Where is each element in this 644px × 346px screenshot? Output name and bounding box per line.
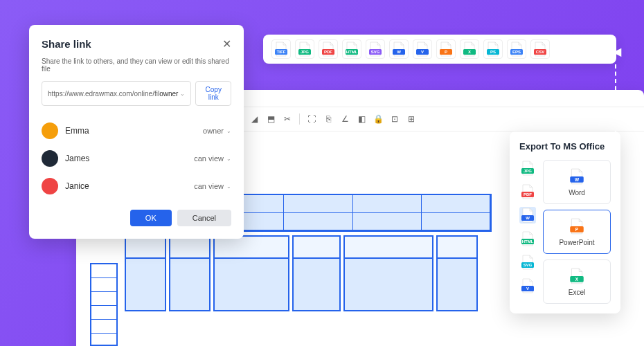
member-name: Emma: [65, 126, 196, 136]
link-role-dropdown[interactable]: owner⌄: [159, 90, 185, 98]
avatar: [42, 122, 58, 139]
format-csv-icon[interactable]: CSV: [530, 39, 550, 59]
arrow-icon: ◀: [613, 45, 621, 58]
format-p-icon[interactable]: P: [436, 39, 456, 59]
format-eps-icon[interactable]: EPS: [507, 39, 526, 59]
export-card-label: Word: [569, 189, 585, 197]
svg-text:PDF: PDF: [324, 50, 332, 54]
svg-text:PS: PS: [490, 50, 496, 54]
export-card-word[interactable]: WWord: [543, 160, 611, 204]
format-svg-icon[interactable]: SVG: [366, 39, 385, 59]
format-v-icon[interactable]: V: [413, 39, 432, 59]
format-pdf-icon[interactable]: PDF: [319, 39, 338, 59]
svg-text:W: W: [397, 50, 401, 54]
share-description: Share the link to others, and they can v…: [42, 57, 231, 73]
svg-text:CSV: CSV: [536, 50, 544, 54]
member-row: Emma owner ⌄: [42, 117, 231, 145]
svg-text:JPG: JPG: [524, 169, 532, 173]
fullscreen-tool[interactable]: ⛶: [304, 111, 319, 127]
cancel-button[interactable]: Cancel: [177, 210, 231, 226]
more-tool[interactable]: ⊞: [404, 111, 419, 127]
member-row: James can view ⌄: [42, 145, 231, 172]
edit-tool[interactable]: ∠: [337, 111, 352, 127]
svg-text:JPG: JPG: [301, 50, 309, 54]
side-format-jpg-icon[interactable]: JPG: [519, 160, 536, 176]
format-jpg-icon[interactable]: JPG: [295, 39, 314, 59]
export-panel: Export To MS Office JPGPDFWHTMLSVGV WWor…: [510, 131, 620, 313]
format-x-icon[interactable]: X: [460, 39, 479, 59]
lock-tool[interactable]: 🔒: [370, 111, 386, 127]
svg-text:SVG: SVG: [524, 263, 533, 267]
svg-text:P: P: [575, 227, 579, 232]
close-icon[interactable]: ✕: [222, 37, 231, 51]
member-name: Janice: [65, 181, 187, 191]
member-row: Janice can view ⌄: [42, 172, 231, 200]
member-role-dropdown[interactable]: can view ⌄: [194, 154, 231, 163]
member-role-dropdown[interactable]: owner ⌄: [203, 127, 231, 135]
side-format-v-icon[interactable]: V: [519, 277, 536, 294]
share-dialog: Share link ✕ Share the link to others, a…: [29, 25, 244, 239]
svg-text:HTML: HTML: [522, 239, 534, 244]
crop-tool[interactable]: ✂: [280, 111, 295, 127]
avatar: [42, 178, 58, 194]
fill-tool[interactable]: ◢: [247, 111, 262, 127]
paint-tool[interactable]: ⬒: [263, 111, 278, 127]
export-tool[interactable]: ⎘: [321, 111, 336, 127]
theme-tool[interactable]: ◧: [354, 111, 369, 127]
svg-text:W: W: [575, 177, 580, 182]
connector-line: [615, 64, 616, 134]
format-bar: TIFFJPGPDFHTMLSVGWVPXPSEPSCSV: [263, 35, 616, 64]
format-tiff-icon[interactable]: TIFF: [271, 39, 291, 59]
svg-text:PDF: PDF: [524, 192, 532, 197]
link-url: https://www.edrawmax.com/online/fil: [48, 90, 159, 98]
svg-text:X: X: [468, 50, 471, 54]
export-card-excel[interactable]: XExcel: [543, 260, 611, 304]
export-card-label: PowerPoint: [559, 239, 594, 246]
format-ps-icon[interactable]: PS: [483, 39, 503, 59]
svg-text:X: X: [575, 277, 579, 282]
svg-text:V: V: [526, 286, 529, 291]
side-format-svg-icon[interactable]: SVG: [519, 254, 536, 271]
export-card-label: Excel: [569, 289, 585, 296]
link-input[interactable]: https://www.edrawmax.com/online/fil owne…: [42, 81, 191, 106]
share-title: Share link: [42, 38, 91, 50]
member-role-dropdown[interactable]: can view ⌄: [194, 182, 231, 190]
svg-text:P: P: [445, 50, 447, 54]
svg-text:SVG: SVG: [371, 50, 380, 54]
svg-text:V: V: [421, 50, 424, 54]
member-name: James: [65, 154, 187, 163]
view-tool[interactable]: ⊡: [387, 111, 402, 127]
export-card-powerpoint[interactable]: PPowerPoint: [543, 210, 611, 254]
copy-link-button[interactable]: Copy link: [195, 81, 231, 106]
side-format-html-icon[interactable]: HTML: [519, 230, 536, 247]
svg-text:EPS: EPS: [512, 50, 521, 54]
avatar: [42, 150, 58, 167]
export-title: Export To MS Office: [519, 141, 611, 152]
format-html-icon[interactable]: HTML: [342, 39, 361, 59]
side-format-pdf-icon[interactable]: PDF: [519, 183, 536, 200]
svg-text:HTML: HTML: [346, 50, 358, 54]
side-format-w-icon[interactable]: W: [519, 207, 536, 224]
svg-text:TIFF: TIFF: [277, 50, 286, 54]
format-w-icon[interactable]: W: [389, 39, 409, 59]
ok-button[interactable]: OK: [130, 210, 172, 226]
svg-text:W: W: [526, 216, 530, 220]
